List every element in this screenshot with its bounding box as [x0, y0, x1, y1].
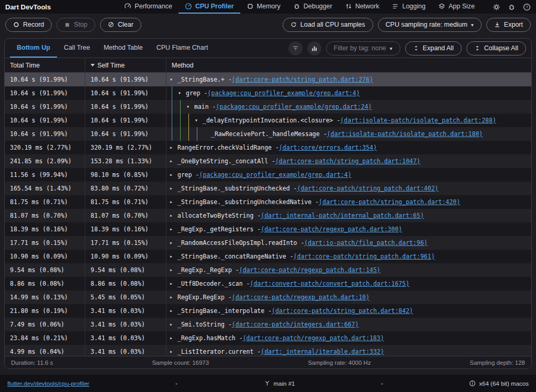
sampling-depth-stat: Sampling depth: 128 [470, 360, 525, 366]
expander-icon[interactable]: ▸ [170, 308, 177, 313]
record-button[interactable]: Record [5, 18, 52, 32]
table-row[interactable]: 81.07 ms (0.70%) 81.07 ms (0.70%) ▸ allo… [5, 209, 531, 222]
table-row[interactable]: 18.39 ms (0.16%) 18.39 ms (0.16%) ▸ _Reg… [5, 222, 531, 236]
method-link[interactable]: (dart:convert-patch/convert_patch.dart:1… [250, 280, 409, 287]
tab-bottom-up[interactable]: Bottom Up [10, 39, 57, 58]
column-header-self-time[interactable]: Self Time [85, 58, 166, 72]
total-time-cell: 10.64 s (91.99%) [5, 127, 85, 141]
table-row[interactable]: 320.19 ms (2.77%) 320.19 ms (2.77%) ▸ Ra… [5, 141, 531, 154]
filter-icon[interactable] [288, 41, 303, 55]
tab-logging[interactable]: Logging [385, 0, 432, 14]
method-link[interactable]: (dart:isolate-patch/isolate_patch.dart:2… [340, 117, 496, 124]
cpu-sampling-rate-dropdown[interactable]: CPU sampling rate: medium ▾ [378, 18, 482, 32]
expander-icon[interactable]: ▸ [170, 172, 177, 177]
method-link[interactable]: (dart:core-patch/integers.dart:667) [232, 321, 359, 328]
expander-icon[interactable]: ▸ [170, 281, 177, 286]
table-row[interactable]: 10.64 s (91.99%) 10.64 s (91.99%) ▾ _Str… [5, 73, 531, 86]
method-link[interactable]: (dart:core-patch/regexp_patch.dart:183) [243, 334, 384, 342]
expander-icon[interactable]: ▸ [170, 254, 177, 259]
logging-icon [392, 3, 399, 10]
tab-network[interactable]: Network [339, 0, 386, 14]
report-bug-icon[interactable] [508, 3, 516, 11]
expander-icon[interactable]: ▾ [195, 118, 203, 123]
method-link[interactable]: (dart:core-patch/string_patch.dart:276) [232, 76, 373, 83]
sampling-rate-stat: Sampling rate: 4000 Hz [308, 360, 371, 366]
method-link[interactable]: (dart:core-patch/regexp_patch.dart:10) [232, 294, 370, 301]
filter-by-tag-dropdown[interactable]: Filter by tag: none ▾ [326, 41, 400, 55]
tab-cpu-profiler[interactable]: CPU Profiler [178, 0, 240, 14]
load-cpu-samples-button[interactable]: Load all CPU samples [283, 18, 373, 32]
expander-icon[interactable]: ▸ [170, 295, 177, 300]
table-row[interactable]: 23.84 ms (0.21%) 3.41 ms (0.03%) ▸ _RegE… [5, 331, 531, 345]
expander-icon[interactable]: ▸ [170, 199, 177, 205]
method-link[interactable]: (dart:core-patch/string_patch.dart:961) [294, 253, 435, 260]
table-row[interactable]: 10.64 s (91.99%) 10.64 s (91.99%) ▾ _del… [5, 114, 531, 127]
table-row[interactable]: 10.90 ms (0.09%) 10.90 ms (0.09%) ▸ _Str… [5, 250, 531, 263]
tab-performance[interactable]: Performance [118, 0, 178, 14]
expander-icon[interactable]: ▸ [170, 349, 177, 354]
expander-icon[interactable]: ▸ [170, 335, 177, 341]
method-link[interactable]: (dart:core-patch/string_patch.dart:420) [319, 198, 460, 206]
cpu-profiler-icon [185, 3, 192, 10]
bar-chart-icon[interactable] [307, 41, 321, 55]
table-row[interactable]: 4.99 ms (0.04%) 3.41 ms (0.03%) ▸ _ListI… [5, 345, 531, 356]
expander-icon[interactable]: ▸ [170, 322, 177, 327]
table-row[interactable]: 10.64 s (91.99%) 10.64 s (91.99%) ▾ main… [5, 100, 531, 114]
table-row[interactable]: 21.80 ms (0.19%) 3.41 ms (0.03%) ▸ _Stri… [5, 304, 531, 318]
table-row[interactable]: 9.54 ms (0.08%) 9.54 ms (0.08%) ▸ _RegEx… [5, 263, 531, 277]
expander-icon[interactable]: ▸ [170, 145, 177, 150]
help-icon[interactable]: ? [523, 3, 531, 11]
column-header-method[interactable]: Method [166, 58, 531, 72]
method-link[interactable]: (dart:_internal-patch/internal_patch.dar… [261, 212, 424, 219]
expander-icon[interactable]: ▸ [170, 186, 177, 191]
method-link[interactable]: (dart:core-patch/string_patch.dart:842) [272, 307, 413, 315]
table-row[interactable]: 11.56 s (99.94%) 98.10 ms (0.85%) ▸ grep… [5, 168, 531, 182]
tab-debugger[interactable]: Debugger [287, 0, 339, 14]
expander-icon[interactable]: ▾ [186, 104, 194, 109]
column-label: Total Time [10, 62, 40, 69]
tab-memory[interactable]: Memory [240, 0, 287, 14]
method-link[interactable]: (dart:isolate-patch/isolate_patch.dart:1… [327, 130, 483, 138]
expander-icon[interactable]: ▸ [170, 240, 177, 245]
isolate-selector[interactable]: main #1 [264, 380, 295, 387]
tab-method-table[interactable]: Method Table [97, 39, 150, 58]
method-link[interactable]: (package:cpu_profiler_example/grep.dart:… [199, 171, 352, 178]
collapse-all-button[interactable]: Collapse All [466, 41, 526, 55]
method-link[interactable]: (dart:core-patch/string_patch.dart:402) [297, 185, 438, 192]
expander-icon[interactable]: ▸ [170, 227, 177, 232]
expander-icon[interactable]: ▾ [178, 91, 186, 96]
table-row[interactable]: 10.64 s (91.99%) 10.64 s (91.99%) ▾ grep… [5, 86, 531, 100]
method-link[interactable]: (package:cpu_profiler_example/grep.dart:… [208, 89, 360, 97]
table-row[interactable]: 10.64 s (91.99%) 10.64 s (91.99%) _RawRe… [5, 127, 531, 141]
method-link[interactable]: (package:cpu_profiler_example/grep.dart:… [216, 103, 372, 110]
clear-button[interactable]: Clear [100, 18, 141, 32]
expander-icon[interactable]: ▸ [170, 213, 177, 218]
export-button[interactable]: Export [486, 18, 531, 32]
tab-cpu-flame-chart[interactable]: CPU Flame Chart [150, 39, 215, 58]
table-row[interactable]: 165.54 ms (1.43%) 83.80 ms (0.72%) ▸ _St… [5, 182, 531, 195]
table-row[interactable]: 17.71 ms (0.15%) 17.71 ms (0.15%) ▸ _Ran… [5, 236, 531, 250]
expander-icon[interactable]: ▸ [170, 159, 177, 164]
method-link[interactable]: (dart:core-patch/regexp_patch.dart:300) [261, 226, 402, 233]
column-header-total-time[interactable]: Total Time [5, 58, 85, 72]
method-link[interactable]: (dart:_internal/iterable.dart:332) [261, 348, 384, 355]
table-row[interactable]: 241.85 ms (2.09%) 153.28 ms (1.33%) ▸ _O… [5, 154, 531, 168]
table-row[interactable]: 8.86 ms (0.08%) 8.86 ms (0.08%) ▸ _Utf8D… [5, 277, 531, 290]
expand-all-button[interactable]: Expand All [405, 41, 462, 55]
expander-icon[interactable]: ▾ [170, 77, 177, 82]
table-row[interactable]: 14.99 ms (0.13%) 5.45 ms (0.05%) ▸ RegEx… [5, 290, 531, 304]
method-link[interactable]: (dart:core-patch/regexp_patch.dart:145) [239, 266, 381, 274]
stop-button[interactable]: Stop [57, 18, 95, 32]
table-row[interactable]: 81.75 ms (0.71%) 81.75 ms (0.71%) ▸ _Str… [5, 195, 531, 209]
tab-app-size[interactable]: App Size [432, 0, 481, 14]
documentation-link[interactable]: flutter.dev/devtools/cpu-profiler [7, 380, 90, 387]
method-cell: ▸ _RegExp._getRegisters - (dart:core-pat… [166, 222, 531, 236]
method-link[interactable]: (dart:io-patch/file_patch.dart:96) [304, 239, 427, 247]
expander-icon[interactable]: ▸ [170, 267, 177, 273]
settings-gear-icon[interactable] [493, 3, 500, 11]
table-row[interactable]: 7.49 ms (0.06%) 3.41 ms (0.03%) ▸ _Smi.t… [5, 318, 531, 331]
method-link[interactable]: (dart:core/errors.dart:354) [279, 144, 377, 151]
method-link[interactable]: (dart:core-patch/string_patch.dart:1047) [275, 158, 420, 165]
tab-call-tree[interactable]: Call Tree [57, 39, 97, 58]
platform-info: x64 (64 bit) macos [469, 380, 529, 387]
